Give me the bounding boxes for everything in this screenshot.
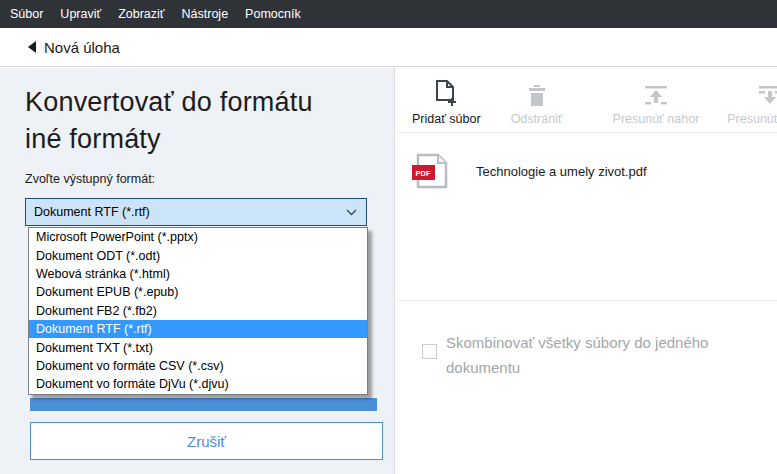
add-file-icon [435, 80, 458, 107]
file-list-item[interactable]: PDF Technologie a umely zivot.pdf [396, 153, 777, 189]
remove-button: Odstrániť [511, 74, 563, 126]
chevron-down-icon [346, 209, 357, 216]
page-title-line1: Konvertovať do formátu [25, 84, 313, 121]
page-title: Konvertovať do formátu iné formáty [25, 84, 313, 158]
dropdown-option[interactable]: Dokument vo formáte CSV (*.csv) [29, 357, 367, 375]
output-format-combobox[interactable]: Dokument RTF (*.rtf) [25, 198, 367, 226]
dropdown-option[interactable]: Webová stránka (*.html) [29, 265, 367, 283]
menu-subor[interactable]: Súbor [10, 7, 43, 21]
remove-label: Odstrániť [511, 112, 563, 126]
combine-checkbox-label: Skombinovať všetky súbory do jedného dok… [446, 330, 751, 380]
move-up-label: Presunúť nahor [613, 112, 700, 126]
combine-checkbox[interactable] [422, 344, 437, 359]
combine-files-option: Skombinovať všetky súbory do jedného dok… [422, 330, 762, 380]
pdf-file-icon: PDF [410, 153, 454, 189]
trash-icon [528, 84, 546, 107]
app-window: Súbor Upraviť Zobraziť Nástroje Pomocník… [0, 0, 777, 474]
dropdown-option[interactable]: Dokument vo formáte DjVu (*.djvu) [29, 375, 367, 393]
move-up-icon [644, 85, 668, 107]
dropdown-option[interactable]: Dokument TXT (*.txt) [29, 338, 367, 356]
file-toolbar: Pridať súbor Odstrániť Presunúť n [396, 68, 777, 133]
nav-bar: Nová úloha [0, 28, 777, 67]
section-divider [396, 300, 777, 301]
page-title-line2: iné formáty [25, 121, 313, 158]
add-file-label: Pridať súbor [412, 112, 481, 126]
conversion-settings-panel: Konvertovať do formátu iné formáty Zvoľt… [0, 68, 395, 474]
menu-pomocnik[interactable]: Pomocník [245, 7, 301, 21]
combobox-value: Dokument RTF (*.rtf) [34, 205, 150, 219]
menu-upravit[interactable]: Upraviť [60, 7, 101, 21]
dropdown-option[interactable]: Dokument FB2 (*.fb2) [29, 302, 367, 320]
file-name: Technologie a umely zivot.pdf [476, 164, 647, 179]
menu-nastroje[interactable]: Nástroje [182, 7, 229, 21]
output-format-label: Zvoľte výstupný formát: [25, 172, 155, 186]
cancel-button[interactable]: Zrušiť [30, 422, 383, 460]
svg-text:PDF: PDF [416, 169, 431, 178]
add-file-button[interactable]: Pridať súbor [412, 74, 481, 126]
format-dropdown-list: Microsoft PowerPoint (*.pptx) Dokument O… [28, 227, 368, 395]
move-down-icon [758, 85, 777, 107]
back-button[interactable]: Nová úloha [44, 39, 120, 56]
menubar: Súbor Upraviť Zobraziť Nástroje Pomocník [0, 0, 777, 28]
move-up-button: Presunúť nahor [613, 74, 700, 126]
move-down-button: Presunúť nadol [727, 74, 777, 126]
move-down-label: Presunúť nadol [727, 112, 777, 126]
dropdown-option-selected[interactable]: Dokument RTF (*.rtf) [29, 320, 367, 338]
dropdown-option[interactable]: Microsoft PowerPoint (*.pptx) [29, 228, 367, 246]
menu-zobrazit[interactable]: Zobraziť [118, 7, 164, 21]
file-list-panel: Pridať súbor Odstrániť Presunúť n [396, 68, 777, 474]
convert-button-partially-hidden[interactable] [30, 398, 377, 411]
back-arrow-icon[interactable] [28, 41, 36, 53]
dropdown-option[interactable]: Dokument ODT (*.odt) [29, 246, 367, 264]
dropdown-option[interactable]: Dokument EPUB (*.epub) [29, 283, 367, 301]
